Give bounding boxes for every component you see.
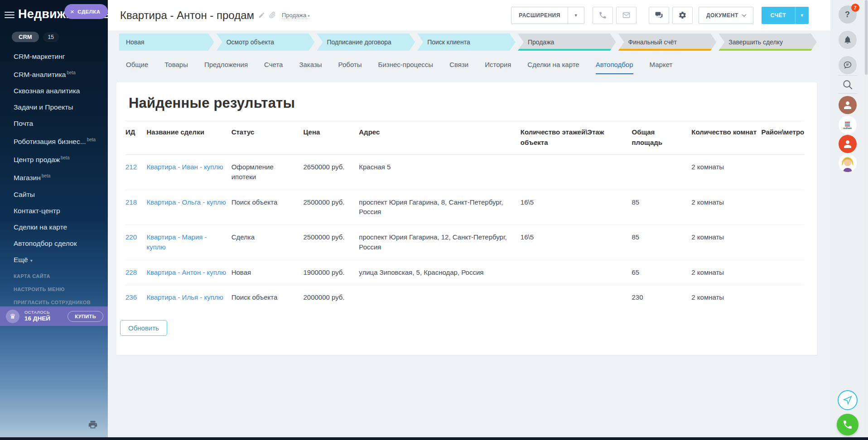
sidebar-item[interactable]: Магазинbeta <box>14 168 105 186</box>
pipeline-stage[interactable]: Новая <box>119 33 214 51</box>
phone-icon <box>598 11 607 19</box>
sidebar-item[interactable]: Контакт-центр <box>14 203 105 219</box>
pipeline-stage[interactable]: Поиск клиента <box>417 33 516 51</box>
cell-name: Квартира - Иван - куплю <box>146 155 231 190</box>
sidebar-item[interactable]: Почта <box>14 115 105 132</box>
sidebar: Недвижимость × СДЕЛКА CRM 15 CRM-маркети… <box>0 0 108 440</box>
sidebar-item[interactable]: Роботизация бизнес...beta <box>14 132 105 150</box>
deal-name-link[interactable]: Квартира - Мария - куплю <box>146 233 207 251</box>
avatar[interactable] <box>839 154 857 172</box>
pipeline-stage[interactable]: Осмотр объекта <box>217 33 315 51</box>
cell-name: Квартира - Илья - куплю <box>146 285 231 310</box>
deal-entity-pill[interactable]: × СДЕЛКА <box>64 4 108 19</box>
extensions-button[interactable]: РАСШИРЕНИЯ ▼ <box>511 7 584 24</box>
cell-id: 228 <box>125 260 146 285</box>
page-scrollbar[interactable] <box>864 0 868 440</box>
sidebar-footer-link[interactable]: КАРТА САЙТА <box>14 270 91 283</box>
notifications-button[interactable] <box>839 31 857 49</box>
sidebar-item[interactable]: Сайты <box>14 187 105 203</box>
tab-item[interactable]: Предложения <box>204 61 248 74</box>
invoice-caret[interactable]: ▼ <box>795 7 809 24</box>
cell-status: Новая <box>231 260 304 285</box>
sidebar-menu: CRM-маркетингCRM-аналитикаbetaСквозная а… <box>14 48 105 269</box>
tab-item[interactable]: Связи <box>449 61 468 74</box>
sidebar-item-label: Ещё <box>14 256 28 263</box>
extensions-caret[interactable]: ▼ <box>568 7 584 24</box>
tab-item[interactable]: Товары <box>164 61 188 74</box>
sidebar-footer-link[interactable]: НАСТРОИТЬ МЕНЮ <box>14 283 91 296</box>
close-icon[interactable]: × <box>70 8 74 15</box>
avatar[interactable] <box>839 135 857 153</box>
sidebar-item-label: Автоподбор сделок <box>14 239 77 247</box>
deal-id-link[interactable]: 212 <box>125 163 137 171</box>
beta-badge: beta <box>87 137 96 142</box>
cell-address: улица Зиповская, 5, Краснодар, Россия <box>359 260 521 285</box>
pipeline-stage[interactable]: Завершить сделку <box>719 33 817 51</box>
deal-id-link[interactable]: 236 <box>125 293 137 301</box>
buy-button[interactable]: КУПИТЬ <box>68 311 103 322</box>
cell-id: 236 <box>125 285 146 310</box>
callback-widget-button[interactable] <box>837 414 858 435</box>
stage-label: Финальный счёт <box>628 38 677 46</box>
refresh-button[interactable]: Обновить <box>120 320 167 336</box>
tab-item[interactable]: История <box>485 61 511 74</box>
pipeline-stage[interactable]: Продажа <box>518 33 616 51</box>
deal-name-link[interactable]: Квартира - Антон - куплю <box>146 268 226 276</box>
pipeline-stage[interactable]: Финальный счёт <box>618 33 717 51</box>
deal-id-link[interactable]: 220 <box>125 233 137 241</box>
cell-district <box>762 285 804 310</box>
email-button[interactable] <box>616 7 637 24</box>
tab-item[interactable]: Заказы <box>299 61 322 74</box>
sidebar-item[interactable]: CRM-аналитикаbeta <box>14 65 105 83</box>
sidebar-item[interactable]: Ещё▾ <box>14 252 105 269</box>
cell-status: Поиск объекта <box>231 190 304 225</box>
menu-toggle-icon[interactable] <box>5 12 14 19</box>
tab-item[interactable]: Сделки на карте <box>527 61 579 74</box>
edit-title-icon[interactable] <box>258 12 265 19</box>
stage-label: Осмотр объекта <box>227 38 274 46</box>
pipeline-stage[interactable]: Подписание договора <box>317 33 415 51</box>
tab-active[interactable]: Автоподбор <box>596 61 633 74</box>
sidebar-item[interactable]: Сквозная аналитика <box>14 83 105 99</box>
avatar[interactable] <box>839 96 857 114</box>
tab-item[interactable]: Общие <box>126 61 148 74</box>
link-copy-icon[interactable] <box>269 12 276 19</box>
deal-id-link[interactable]: 218 <box>125 198 137 206</box>
tab-item[interactable]: Счета <box>264 61 283 74</box>
deal-name-link[interactable]: Квартира - Ольга - куплю <box>146 198 226 206</box>
tab-item[interactable]: Маркет <box>650 61 673 74</box>
cell-district <box>762 155 804 190</box>
person-icon <box>842 100 853 110</box>
deal-id-link[interactable]: 228 <box>125 268 137 276</box>
beta-badge: beta <box>61 155 69 160</box>
sidebar-item[interactable]: CRM-маркетинг <box>14 48 105 65</box>
deal-name-link[interactable]: Квартира - Иван - куплю <box>146 163 223 171</box>
tab-item[interactable]: Роботы <box>338 61 362 74</box>
avatar[interactable]: redham <box>839 116 857 134</box>
chat-button[interactable] <box>649 7 669 24</box>
document-button[interactable]: ДОКУМЕНТ <box>699 7 753 24</box>
crm-menu-row[interactable]: CRM 15 <box>12 32 59 42</box>
messenger-button[interactable] <box>839 56 857 74</box>
cell-floors: 16\5 <box>521 225 632 260</box>
sidebar-item[interactable]: Центр продажbeta <box>14 150 105 168</box>
help-button[interactable]: ? 7 <box>839 5 857 24</box>
crm-pill[interactable]: CRM <box>12 32 39 42</box>
printer-icon[interactable] <box>88 420 98 430</box>
cell-floors: 16\5 <box>521 190 632 225</box>
tab-item[interactable]: Бизнес-процессы <box>378 61 434 74</box>
deal-name-link[interactable]: Квартира - Илья - куплю <box>146 293 223 301</box>
invoice-button[interactable]: СЧЁТ ▼ <box>762 7 809 24</box>
chevron-down-icon <box>742 12 746 17</box>
sidebar-item[interactable]: Задачи и Проекты <box>14 99 105 115</box>
cell-id: 220 <box>125 225 146 260</box>
caret-down-icon: ▾ <box>30 258 33 263</box>
settings-button[interactable] <box>672 7 693 24</box>
scrollbar-thumb[interactable] <box>865 0 868 75</box>
feedback-widget-button[interactable] <box>838 390 858 410</box>
search-button[interactable] <box>842 79 854 92</box>
sidebar-item[interactable]: Сделки на карте <box>14 219 105 235</box>
call-button[interactable] <box>593 7 613 24</box>
pipeline-selector[interactable]: Продажа▾ <box>282 12 310 19</box>
sidebar-item[interactable]: Автоподбор сделок <box>14 235 105 252</box>
